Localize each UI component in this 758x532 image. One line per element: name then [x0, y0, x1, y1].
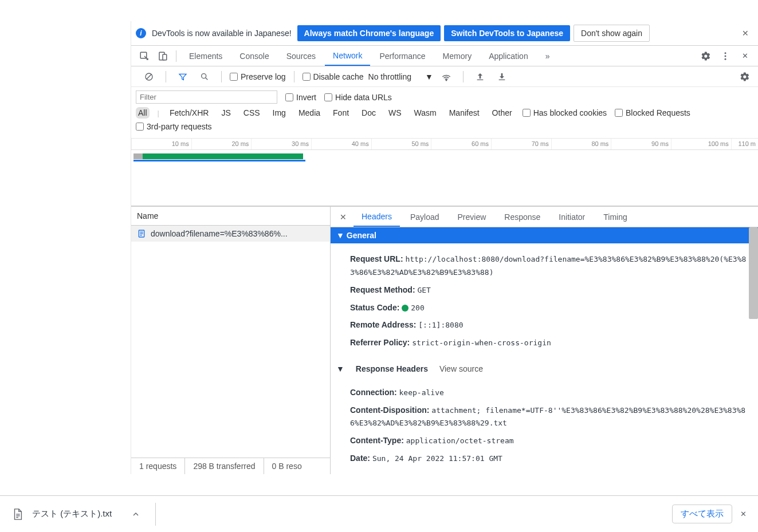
request-url: Request URL: http://localhost:8080/downl… — [350, 253, 748, 279]
devtools-tabs: Elements Console Sources Network Perform… — [131, 46, 758, 66]
filter-js[interactable]: JS — [219, 107, 233, 119]
request-list-header[interactable]: Name — [131, 207, 330, 226]
detail-tab-preview[interactable]: Preview — [450, 208, 494, 226]
device-toggle-icon[interactable] — [157, 50, 168, 62]
throttling-dropdown[interactable]: No throttling ▼ — [368, 72, 433, 81]
detail-tab-payload[interactable]: Payload — [402, 208, 447, 226]
close-icon[interactable]: ✕ — [737, 26, 753, 40]
network-settings-icon[interactable] — [739, 71, 751, 82]
tab-performance[interactable]: Performance — [371, 47, 433, 65]
chevron-up-icon[interactable] — [131, 510, 140, 519]
remote-address: Remote Address: [::1]:8080 — [350, 318, 748, 332]
status-requests: 1 requests — [131, 458, 185, 474]
tab-application[interactable]: Application — [481, 47, 536, 65]
filter-ws[interactable]: WS — [386, 107, 404, 119]
status-code: Status Code: 200 — [350, 301, 748, 314]
filter-input[interactable] — [136, 90, 277, 104]
filter-img[interactable]: Img — [270, 107, 288, 119]
file-icon — [11, 508, 24, 521]
inspect-icon[interactable] — [139, 50, 150, 62]
view-source-link[interactable]: View source — [439, 364, 483, 373]
always-match-language-button[interactable]: Always match Chrome's language — [297, 25, 441, 41]
network-toolbar: Preserve log Disable cache No throttling… — [131, 66, 758, 87]
network-conditions-icon[interactable] — [441, 71, 452, 82]
kebab-menu-icon[interactable] — [720, 50, 731, 62]
filter-fetch-xhr[interactable]: Fetch/XHR — [167, 107, 211, 119]
filter-manifest[interactable]: Manifest — [447, 107, 482, 119]
settings-icon[interactable] — [700, 50, 712, 62]
blocked-requests-checkbox[interactable]: Blocked Requests — [615, 108, 690, 117]
filter-all[interactable]: All — [136, 107, 150, 119]
detail-tab-response[interactable]: Response — [496, 208, 548, 226]
filter-other[interactable]: Other — [490, 107, 515, 119]
search-icon[interactable] — [199, 71, 210, 82]
devtools-infobar: i DevTools is now available in Japanese!… — [131, 21, 758, 46]
tab-elements[interactable]: Elements — [181, 47, 230, 65]
svg-point-10 — [446, 80, 447, 81]
has-blocked-cookies-checkbox[interactable]: Has blocked cookies — [523, 108, 607, 117]
detail-tab-headers[interactable]: Headers — [354, 207, 400, 227]
third-party-checkbox[interactable]: 3rd-party requests — [136, 122, 212, 131]
show-all-button[interactable]: すべて表示 — [672, 505, 732, 523]
svg-line-9 — [206, 77, 208, 80]
preserve-log-checkbox[interactable]: Preserve log — [230, 72, 286, 81]
request-details: ✕ Headers Payload Preview Response Initi… — [331, 207, 758, 474]
status-transferred: 298 B transferred — [185, 458, 264, 474]
upload-har-icon[interactable] — [474, 71, 486, 82]
tab-memory[interactable]: Memory — [435, 47, 480, 65]
network-filter-bar: Invert Hide data URLs All | Fetch/XHR JS… — [131, 87, 758, 139]
status-resources: 0 B reso — [264, 458, 310, 474]
filter-doc[interactable]: Doc — [359, 107, 378, 119]
download-har-icon[interactable] — [496, 71, 508, 82]
invert-checkbox[interactable]: Invert — [285, 93, 316, 102]
dont-show-again-button[interactable]: Don't show again — [574, 25, 650, 42]
svg-point-8 — [202, 73, 206, 78]
info-icon: i — [136, 28, 146, 38]
svg-rect-2 — [163, 54, 167, 60]
detail-tab-initiator[interactable]: Initiator — [551, 208, 593, 226]
download-shelf: テスト (テキスト).txt すべて表示 ✕ — [0, 495, 758, 532]
general-section-header[interactable]: ▼ General — [331, 227, 758, 243]
filter-icon[interactable] — [177, 71, 188, 82]
download-filename: テスト (テキスト).txt — [32, 509, 112, 519]
document-icon — [137, 229, 146, 238]
infobar-text: DevTools is now available in Japanese! — [152, 29, 292, 38]
svg-point-4 — [725, 55, 726, 57]
scrollbar[interactable] — [749, 227, 758, 319]
close-devtools-icon[interactable]: ✕ — [739, 50, 751, 62]
request-row[interactable]: download?filename=%E3%83%86%... — [131, 226, 330, 242]
network-timeline[interactable]: 10 ms 20 ms 30 ms 40 ms 50 ms 60 ms 70 m… — [131, 139, 758, 206]
switch-to-japanese-button[interactable]: Switch DevTools to Japanese — [444, 25, 570, 41]
clear-icon[interactable] — [143, 71, 155, 82]
request-list: Name download?filename=%E3%83%86%... 1 r… — [131, 207, 331, 474]
tab-sources[interactable]: Sources — [278, 47, 324, 65]
filter-font[interactable]: Font — [331, 107, 351, 119]
svg-point-3 — [725, 52, 726, 54]
filter-css[interactable]: CSS — [241, 107, 262, 119]
tab-network[interactable]: Network — [325, 46, 370, 66]
header-connection: Connection: keep-alive — [350, 386, 748, 399]
svg-point-5 — [725, 58, 726, 60]
header-content-disposition: Content-Disposition: attachment; filenam… — [350, 404, 748, 430]
detail-tab-timing[interactable]: Timing — [595, 208, 635, 226]
tab-more[interactable]: » — [537, 47, 558, 65]
disable-cache-checkbox[interactable]: Disable cache — [303, 72, 364, 81]
close-details-icon[interactable]: ✕ — [335, 210, 351, 224]
request-method: Request Method: GET — [350, 283, 748, 297]
response-headers-section[interactable]: ▼ Response Headers View source — [331, 358, 758, 377]
filter-wasm[interactable]: Wasm — [412, 107, 439, 119]
tab-console[interactable]: Console — [231, 47, 277, 65]
svg-line-7 — [147, 74, 151, 79]
download-item[interactable]: テスト (テキスト).txt — [11, 508, 152, 521]
network-status-bar: 1 requests 298 B transferred 0 B reso — [131, 458, 330, 474]
hide-data-urls-checkbox[interactable]: Hide data URLs — [324, 93, 392, 102]
filter-media[interactable]: Media — [296, 107, 323, 119]
close-shelf-icon[interactable]: ✕ — [740, 510, 747, 518]
header-content-type: Content-Type: application/octet-stream — [350, 434, 748, 447]
header-date: Date: Sun, 24 Apr 2022 11:57:01 GMT — [350, 452, 748, 465]
referrer-policy: Referrer Policy: strict-origin-when-cros… — [350, 336, 748, 349]
